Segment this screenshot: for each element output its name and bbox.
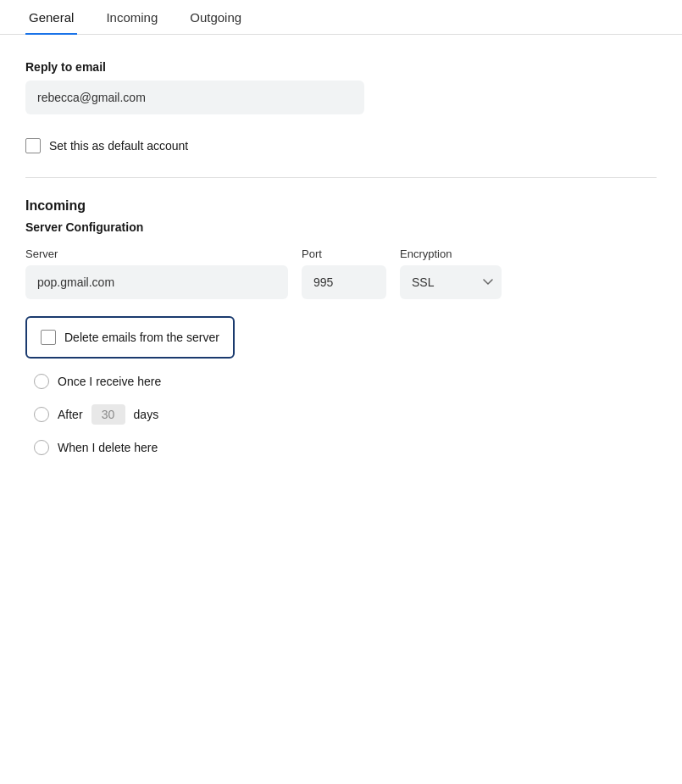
server-config-title: Server Configuration (25, 220, 657, 234)
tab-general[interactable]: General (25, 0, 77, 35)
tab-outgoing[interactable]: Outgoing (186, 0, 245, 35)
tab-bar: General Incoming Outgoing (0, 0, 682, 35)
radio-after-days[interactable]: After days (34, 404, 657, 425)
encryption-col: Encryption SSL TLS None (400, 247, 502, 299)
days-input[interactable] (91, 404, 125, 425)
reply-to-email-label: Reply to email (25, 60, 657, 74)
default-account-checkbox[interactable] (25, 138, 41, 153)
radio-once-receive-circle[interactable] (34, 374, 49, 389)
default-account-row[interactable]: Set this as default account (25, 138, 657, 153)
port-col-label: Port (302, 247, 386, 260)
tab-incoming[interactable]: Incoming (103, 0, 161, 35)
server-col: Server (25, 247, 288, 299)
delete-emails-row[interactable]: Delete emails from the server (25, 316, 235, 359)
delete-emails-checkbox[interactable] (41, 330, 56, 345)
reply-to-email-input[interactable] (25, 81, 364, 114)
radio-after-label-before: After (58, 408, 83, 421)
radio-after-days-circle[interactable] (34, 407, 49, 422)
server-input[interactable] (25, 265, 288, 299)
port-input[interactable] (302, 265, 386, 299)
default-account-label: Set this as default account (49, 139, 188, 153)
divider (25, 177, 657, 178)
radio-once-receive[interactable]: Once I receive here (34, 374, 657, 389)
delete-radio-options: Once I receive here After days When I de… (34, 374, 657, 455)
radio-when-delete-circle[interactable] (34, 440, 49, 455)
encryption-select[interactable]: SSL TLS None (400, 265, 502, 299)
main-content: Reply to email Set this as default accou… (0, 35, 682, 481)
delete-emails-label: Delete emails from the server (64, 331, 219, 344)
radio-once-receive-label: Once I receive here (58, 375, 161, 388)
incoming-section-title: Incoming (25, 198, 657, 214)
radio-when-delete-label: When I delete here (58, 441, 158, 454)
port-col: Port (302, 247, 386, 299)
radio-after-label-after: days (134, 408, 159, 421)
radio-when-delete[interactable]: When I delete here (34, 440, 657, 455)
server-config-grid: Server Port Encryption SSL TLS None (25, 247, 657, 299)
reply-to-email-group: Reply to email (25, 60, 657, 114)
encryption-col-label: Encryption (400, 247, 502, 260)
server-col-label: Server (25, 247, 288, 260)
